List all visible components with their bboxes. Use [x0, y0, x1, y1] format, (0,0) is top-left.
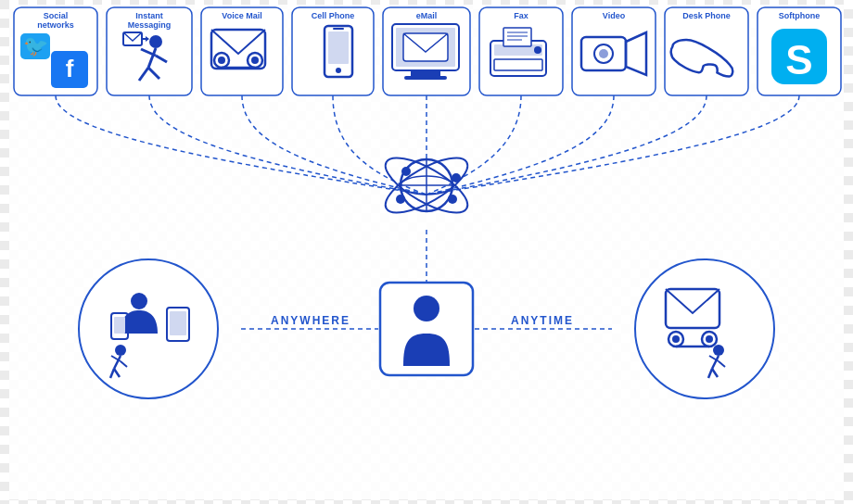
- svg-point-24: [251, 57, 259, 64]
- svg-rect-36: [403, 33, 448, 61]
- svg-rect-68: [114, 317, 125, 334]
- svg-text:Messaging: Messaging: [128, 20, 172, 30]
- svg-text:eMail: eMail: [416, 11, 438, 20]
- svg-text:Video: Video: [603, 11, 626, 20]
- svg-point-64: [448, 195, 457, 204]
- svg-point-29: [336, 68, 341, 73]
- facebook-icon: f: [66, 55, 74, 82]
- svg-rect-30: [333, 28, 344, 30]
- svg-text:Voice Mail: Voice Mail: [222, 11, 261, 20]
- softphone-icon: S: [771, 29, 827, 84]
- svg-text:S: S: [785, 37, 812, 82]
- svg-text:Instant: Instant: [135, 11, 163, 20]
- svg-point-63: [396, 195, 405, 204]
- svg-text:networks: networks: [37, 20, 74, 30]
- svg-text:Softphone: Softphone: [779, 11, 821, 20]
- svg-point-62: [452, 173, 461, 183]
- email-icon: [392, 24, 459, 80]
- twitter-icon: 🐦: [23, 33, 49, 58]
- svg-point-50: [599, 49, 608, 58]
- svg-point-81: [706, 335, 713, 343]
- svg-rect-70: [170, 311, 186, 335]
- svg-text:Desk Phone: Desk Phone: [682, 11, 731, 20]
- svg-point-22: [218, 57, 225, 64]
- svg-point-83: [713, 345, 724, 356]
- svg-rect-34: [411, 70, 440, 76]
- svg-point-11: [149, 35, 162, 48]
- svg-point-79: [672, 335, 680, 343]
- svg-rect-41: [503, 28, 531, 46]
- svg-rect-28: [328, 32, 349, 64]
- svg-point-66: [131, 293, 147, 309]
- svg-rect-35: [404, 76, 447, 80]
- anywhere-label: ANYWHERE: [271, 314, 350, 327]
- svg-point-61: [401, 167, 411, 176]
- svg-point-65: [414, 296, 439, 321]
- svg-text:Cell Phone: Cell Phone: [312, 11, 355, 20]
- social-networks-label: Social: [44, 11, 69, 20]
- svg-point-71: [115, 345, 126, 356]
- anytime-label: ANYTIME: [511, 314, 574, 327]
- video-box: [572, 7, 656, 95]
- deskphone-box: [665, 7, 748, 95]
- svg-point-45: [534, 46, 541, 54]
- svg-text:Fax: Fax: [514, 11, 528, 20]
